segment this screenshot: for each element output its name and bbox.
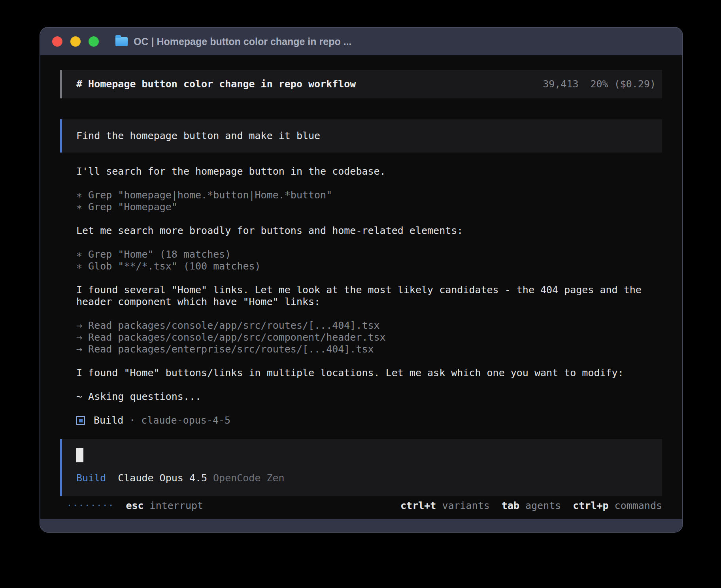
- transcript-line: ∗ Glob "**/*.tsx" (100 matches): [76, 260, 662, 272]
- spinner-dots: ········: [66, 500, 114, 512]
- model-label[interactable]: Claude Opus 4.5: [118, 472, 207, 484]
- build-agent-icon-fill: [79, 419, 83, 422]
- transcript-line: [76, 379, 662, 391]
- transcript-line: header component which have "Home" links…: [76, 296, 662, 308]
- agents-key: tab: [502, 500, 519, 512]
- transcript-line: [76, 237, 662, 249]
- session-title: # Homepage button color change in repo w…: [76, 78, 356, 90]
- shortcut-hints: ctrl+t variants tab agents ctrl+p comman…: [400, 500, 662, 512]
- build-agent-icon: [76, 416, 85, 425]
- window-bottom-bar: [40, 519, 682, 532]
- agents-label: agents: [525, 500, 561, 512]
- token-count: 39,413: [543, 78, 578, 90]
- transcript-line: I found several "Home" links. Let me loo…: [76, 284, 662, 296]
- minimize-button[interactable]: [70, 36, 81, 47]
- agent-name: Build: [94, 415, 123, 426]
- transcript-line: I'll search for the homepage button in t…: [76, 166, 662, 177]
- session-stats: 39,41320%($0.29): [495, 66, 656, 102]
- prompt-input[interactable]: Build Claude Opus 4.5 OpenCode Zen: [60, 439, 662, 496]
- user-message: Find the homepage button and make it blu…: [60, 119, 662, 153]
- window-titlebar: OC | Homepage button color change in rep…: [40, 28, 682, 55]
- session-cost: ($0.29): [614, 78, 656, 90]
- variants-key: ctrl+t: [400, 500, 436, 512]
- folder-icon: [115, 37, 128, 46]
- agent-model: claude-opus-4-5: [141, 415, 230, 426]
- text-cursor: [76, 448, 83, 462]
- session-header: # Homepage button color change in repo w…: [60, 70, 662, 98]
- window-title: OC | Homepage button color change in rep…: [134, 36, 351, 47]
- interrupt-hint: esc interrupt: [114, 500, 203, 512]
- commands-label: commands: [615, 500, 662, 512]
- user-message-text: Find the homepage button and make it blu…: [76, 130, 320, 142]
- transcript: I'll search for the homepage button in t…: [60, 166, 662, 403]
- provider-label: OpenCode Zen: [213, 472, 285, 484]
- window-controls: [52, 36, 99, 47]
- context-percent: 20%: [590, 78, 608, 90]
- transcript-line: [76, 355, 662, 367]
- variants-label: variants: [442, 500, 489, 512]
- status-bar: ········ esc interrupt ctrl+t variants t…: [60, 500, 662, 512]
- agent-separator: ·: [129, 415, 135, 426]
- commands-key: ctrl+p: [573, 500, 608, 512]
- close-button[interactable]: [52, 36, 62, 47]
- agent-status: Build · claude-opus-4-5: [60, 415, 662, 426]
- transcript-line: [76, 272, 662, 284]
- transcript-line: [76, 213, 662, 225]
- transcript-line: ~ Asking questions...: [76, 391, 662, 403]
- variants-shortcut: ctrl+t variants: [400, 500, 490, 512]
- maximize-button[interactable]: [89, 36, 99, 47]
- interrupt-key: esc: [126, 500, 143, 512]
- transcript-line: ∗ Grep "Home" (18 matches): [76, 249, 662, 260]
- transcript-line: [76, 308, 662, 320]
- terminal-window: OC | Homepage button color change in rep…: [40, 27, 683, 533]
- transcript-line: → Read packages/console/app/src/routes/[…: [76, 320, 662, 332]
- transcript-line: → Read packages/console/app/src/componen…: [76, 332, 662, 343]
- agents-shortcut: tab agents: [502, 500, 561, 512]
- transcript-line: I found "Home" buttons/links in multiple…: [76, 367, 662, 379]
- interrupt-label: interrupt: [150, 500, 203, 512]
- transcript-line: ∗ Grep "Homepage": [76, 201, 662, 213]
- transcript-line: [76, 177, 662, 189]
- mode-label[interactable]: Build: [76, 472, 106, 484]
- commands-shortcut: ctrl+p commands: [573, 500, 662, 512]
- terminal-content: # Homepage button color change in repo w…: [40, 55, 682, 519]
- transcript-line: Let me search more broadly for buttons a…: [76, 225, 662, 237]
- transcript-line: → Read packages/enterprise/src/routes/[.…: [76, 343, 662, 355]
- input-mode-row: Build Claude Opus 4.5 OpenCode Zen: [76, 472, 662, 484]
- transcript-line: ∗ Grep "homepage|home.*button|Home.*butt…: [76, 189, 662, 201]
